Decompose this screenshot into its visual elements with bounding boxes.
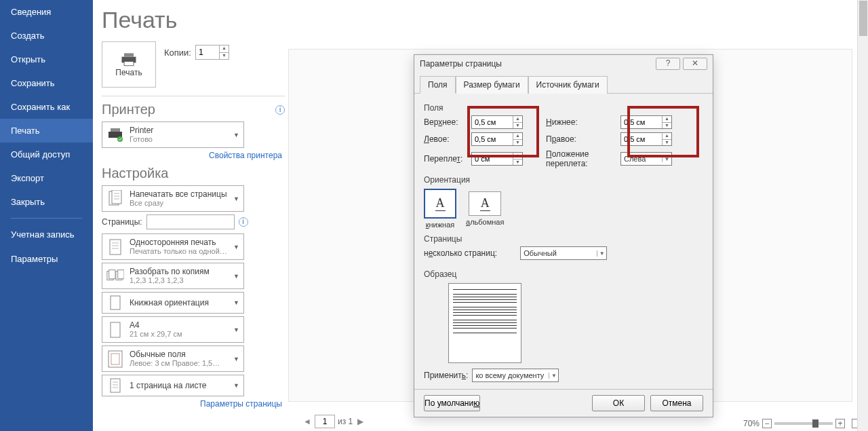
pages-per-sheet-select[interactable]: 1 страница на листе ▼ bbox=[102, 375, 244, 396]
tab-margins[interactable]: Поля bbox=[420, 76, 456, 94]
nav-save[interactable]: Сохранить bbox=[0, 71, 93, 95]
printer-properties-link[interactable]: Свойства принтера bbox=[102, 151, 282, 160]
zoom-in-button[interactable]: + bbox=[835, 419, 845, 428]
left-label: Левое: bbox=[424, 134, 471, 144]
single-side-icon bbox=[106, 237, 124, 257]
chevron-down-icon: ▼ bbox=[233, 382, 239, 389]
nav-export[interactable]: Экспорт bbox=[0, 166, 93, 190]
tab-paper[interactable]: Размер бумаги bbox=[456, 76, 528, 94]
apply-select[interactable]: ко всему документу▼ bbox=[472, 369, 559, 382]
nav-saveas[interactable]: Сохранить как bbox=[0, 95, 93, 119]
chevron-down-icon: ▼ bbox=[233, 273, 239, 280]
right-spinner[interactable]: ▲▼ bbox=[620, 132, 672, 146]
chevron-down-icon: ▼ bbox=[233, 326, 239, 333]
zoom-out-button[interactable]: − bbox=[762, 419, 772, 428]
spinner-up-icon[interactable]: ▲ bbox=[220, 45, 229, 53]
chevron-down-icon: ▼ bbox=[233, 356, 239, 362]
svg-rect-2 bbox=[124, 62, 134, 66]
left-spinner[interactable]: ▲▼ bbox=[471, 132, 523, 146]
nav-options[interactable]: Параметры bbox=[0, 247, 93, 271]
bottom-label: Нижнее: bbox=[532, 117, 620, 127]
info-icon[interactable]: i bbox=[239, 217, 248, 227]
page-setup-link[interactable]: Параметры страницы bbox=[102, 399, 282, 409]
collate-icon bbox=[106, 266, 124, 286]
svg-rect-1 bbox=[124, 53, 134, 56]
page-total: из 1 bbox=[338, 417, 353, 426]
orientation-label: Ориентация bbox=[424, 175, 703, 185]
print-button[interactable]: Печать bbox=[102, 41, 156, 88]
zoom-controls: 70% − + bbox=[743, 419, 863, 428]
help-button[interactable]: ? bbox=[656, 58, 680, 70]
portrait-icon bbox=[106, 293, 124, 313]
multi-select[interactable]: Обычный▼ bbox=[520, 246, 607, 260]
sample-label: Образец bbox=[424, 269, 703, 279]
svg-rect-16 bbox=[109, 269, 115, 278]
printer-select[interactable]: PrinterГотово ▼ bbox=[102, 121, 244, 148]
svg-rect-4 bbox=[111, 128, 120, 132]
svg-rect-23 bbox=[111, 379, 120, 392]
paper-icon bbox=[106, 320, 124, 340]
pages-input[interactable] bbox=[146, 214, 235, 229]
printer-icon bbox=[119, 52, 138, 68]
chevron-down-icon: ▼ bbox=[233, 244, 239, 250]
next-page-button[interactable]: ▶ bbox=[355, 417, 365, 426]
right-label: Правое: bbox=[532, 134, 620, 144]
nav-share[interactable]: Общий доступ bbox=[0, 143, 93, 166]
pages-icon bbox=[106, 189, 124, 209]
landscape-option[interactable]: Aальбомная bbox=[466, 189, 504, 229]
paper-size-select[interactable]: A421 см x 29,7 см ▼ bbox=[102, 316, 244, 343]
nav-close[interactable]: Закрыть bbox=[0, 190, 93, 214]
printer-status-icon bbox=[106, 125, 124, 145]
window-scrollbar[interactable] bbox=[857, 0, 868, 431]
prev-page-button[interactable]: ◄ bbox=[302, 417, 312, 426]
printer-heading: Принтер bbox=[102, 102, 155, 117]
gutter-pos-label: Положение переплета: bbox=[532, 149, 620, 168]
nav-open[interactable]: Открыть bbox=[0, 48, 93, 71]
pages-label: Страницы: bbox=[102, 217, 142, 227]
svg-rect-7 bbox=[112, 190, 121, 204]
gutter-label: Переплет: bbox=[424, 154, 471, 164]
close-button[interactable]: ✕ bbox=[683, 58, 707, 70]
nav-account[interactable]: Учетная запись bbox=[0, 223, 93, 247]
tab-source[interactable]: Источник бумаги bbox=[528, 76, 608, 94]
margins-select[interactable]: Обычные поляЛевое: 3 см Правое: 1,5… ▼ bbox=[102, 345, 244, 372]
zoom-slider[interactable] bbox=[774, 422, 833, 425]
gutter-pos-select[interactable]: Слева▼ bbox=[620, 152, 672, 166]
svg-rect-19 bbox=[111, 296, 120, 310]
svg-rect-18 bbox=[118, 269, 124, 278]
backstage-sidebar: Сведения Создать Открыть Сохранить Сохра… bbox=[0, 0, 93, 431]
svg-point-5 bbox=[117, 136, 123, 142]
page-navigator: ◄ из 1 ▶ bbox=[302, 415, 365, 428]
multi-label: несколько страниц: bbox=[424, 248, 497, 258]
apply-label: Применить: bbox=[424, 371, 468, 380]
orientation-select[interactable]: Книжная ориентация ▼ bbox=[102, 292, 244, 314]
info-icon[interactable]: i bbox=[275, 105, 285, 115]
copies-input[interactable] bbox=[196, 45, 219, 59]
page-number-input[interactable] bbox=[315, 415, 335, 428]
cancel-button[interactable]: Отмена bbox=[650, 395, 703, 411]
ok-button[interactable]: ОК bbox=[592, 395, 645, 411]
dialog-title: Параметры страницы bbox=[420, 59, 653, 69]
chevron-down-icon: ▼ bbox=[233, 195, 239, 202]
nav-print[interactable]: Печать bbox=[0, 119, 93, 143]
nav-new[interactable]: Создать bbox=[0, 24, 93, 48]
bottom-spinner[interactable]: ▲▼ bbox=[620, 115, 672, 129]
portrait-option[interactable]: Aкнижная bbox=[424, 189, 456, 229]
copies-label: Копии: bbox=[164, 48, 191, 58]
margins-icon bbox=[106, 349, 124, 369]
print-panel: Печать Печать Копии: ▲▼ Принтерi Printer… bbox=[102, 0, 285, 414]
pages-group-label: Страницы bbox=[424, 234, 703, 244]
collate-select[interactable]: Разобрать по копиям1,2,3 1,2,3 1,2,3 ▼ bbox=[102, 263, 244, 289]
copies-spinner[interactable]: ▲▼ bbox=[195, 45, 229, 60]
default-button[interactable]: По умолчанию bbox=[424, 395, 480, 411]
top-spinner[interactable]: ▲▼ bbox=[471, 115, 523, 129]
spinner-down-icon[interactable]: ▼ bbox=[220, 53, 229, 60]
gutter-spinner[interactable]: ▲▼ bbox=[471, 152, 523, 166]
chevron-down-icon: ▼ bbox=[233, 299, 239, 306]
print-range-select[interactable]: Напечатать все страницыВсе сразу ▼ bbox=[102, 185, 244, 212]
sides-select[interactable]: Односторонняя печатьПечатать только на о… bbox=[102, 233, 244, 260]
nav-info[interactable]: Сведения bbox=[0, 0, 93, 24]
sample-preview bbox=[448, 283, 521, 363]
one-page-icon bbox=[106, 375, 124, 396]
svg-rect-11 bbox=[110, 240, 121, 255]
